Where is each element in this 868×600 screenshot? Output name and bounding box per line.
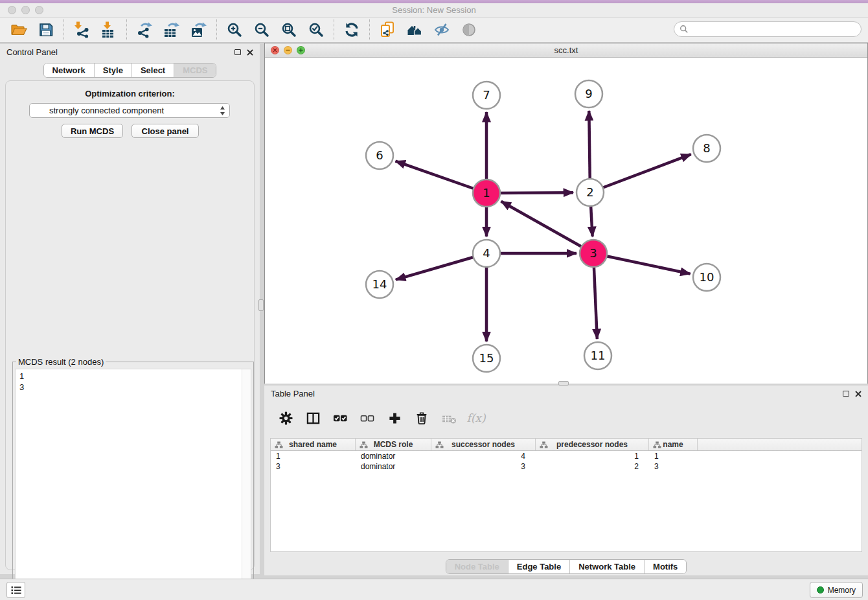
- result-scrollbar[interactable]: [242, 369, 251, 600]
- graph-edge-3-1[interactable]: [501, 202, 593, 253]
- optimization-criterion-label: Optimization criterion:: [6, 89, 254, 98]
- graph-node-label-14: 14: [372, 277, 387, 291]
- zoom-selected-button[interactable]: [306, 19, 326, 40]
- hierarchy-icon: [540, 441, 548, 448]
- column-header-label: MCDS role: [374, 440, 413, 449]
- tab-edge-table[interactable]: Edge Table: [508, 560, 570, 573]
- reset-view-button[interactable]: [404, 19, 425, 40]
- column-header-predecessor-nodes[interactable]: predecessor nodes: [536, 439, 649, 450]
- table-header-row: shared nameMCDS rolesuccessor nodesprede…: [271, 439, 862, 451]
- tab-mcds[interactable]: MCDS: [174, 63, 216, 77]
- search-input[interactable]: [692, 25, 861, 34]
- show-panels-button[interactable]: [459, 19, 479, 40]
- control-panel-header: Control Panel: [0, 44, 260, 60]
- function-builder-button[interactable]: f(x): [468, 410, 485, 426]
- open-folder-icon: [10, 22, 27, 38]
- tab-motifs[interactable]: Motifs: [645, 560, 686, 573]
- toolbar-separator: [369, 19, 370, 40]
- import-table-button[interactable]: [98, 19, 119, 40]
- table-row[interactable]: 3dominator323: [271, 461, 862, 472]
- table-row[interactable]: 1dominator411: [271, 451, 862, 461]
- graph-edge-1-6[interactable]: [396, 161, 487, 193]
- graph-node-label-10: 10: [700, 270, 714, 284]
- close-panel-icon[interactable]: [247, 49, 253, 56]
- mcds-result-text[interactable]: 1 3: [15, 369, 251, 600]
- unchecked-boxes-icon: [360, 411, 374, 425]
- tab-node-table[interactable]: Node Table: [446, 560, 508, 573]
- table-cell: 3: [271, 461, 356, 472]
- toolbar-separator: [334, 19, 334, 40]
- network-view-window: scc.txt 1234678910111415: [264, 43, 868, 384]
- table-tabbar: Node Table Edge Table Network Table Moti…: [446, 559, 687, 574]
- column-header-name[interactable]: name: [649, 439, 698, 450]
- table-panel: Table Panel f(x) shared nameMCDS rolesuc…: [264, 386, 868, 575]
- column-header-label: successor nodes: [451, 440, 515, 449]
- horizontal-splitter-handle[interactable]: [558, 381, 569, 386]
- close-panel-button[interactable]: Close panel: [131, 124, 199, 138]
- deselect-all-button[interactable]: [359, 410, 376, 426]
- zoom-fit-button[interactable]: [279, 19, 299, 40]
- task-history-button[interactable]: [6, 582, 25, 598]
- hide-panels-button[interactable]: [431, 19, 452, 40]
- tab-select[interactable]: Select: [132, 63, 174, 77]
- hierarchy-icon: [275, 441, 283, 448]
- optimization-criterion-select[interactable]: strongly connected component: [29, 103, 230, 118]
- eye-disabled-icon: [461, 22, 477, 38]
- graph-edge-2-8[interactable]: [590, 154, 691, 192]
- tab-network-table[interactable]: Network Table: [570, 560, 645, 573]
- plus-icon: [388, 411, 402, 425]
- export-table-icon: [163, 21, 180, 38]
- export-image-button[interactable]: [188, 19, 209, 40]
- graph-edge-3-10[interactable]: [593, 253, 691, 274]
- column-header-shared-name[interactable]: shared name: [271, 439, 356, 450]
- column-layout-button[interactable]: [304, 410, 321, 426]
- save-session-button[interactable]: [36, 19, 56, 40]
- window-title: Session: New Session: [0, 5, 868, 15]
- fx-icon: f(x): [466, 411, 485, 424]
- table-panel-header: Table Panel: [264, 386, 868, 402]
- select-all-button[interactable]: [332, 410, 348, 426]
- hierarchy-icon: [653, 441, 661, 448]
- table-cell: 3: [431, 461, 536, 472]
- apply-layout-button[interactable]: [341, 19, 362, 40]
- delete-table-button[interactable]: [440, 410, 457, 426]
- selected-criterion: strongly connected component: [34, 106, 220, 115]
- export-table-button[interactable]: [161, 19, 182, 40]
- homes-icon: [407, 22, 422, 38]
- tab-style[interactable]: Style: [95, 63, 132, 77]
- eye-slash-icon: [434, 22, 450, 38]
- vertical-splitter-handle[interactable]: [258, 299, 264, 311]
- add-column-button[interactable]: [386, 410, 403, 426]
- memory-label: Memory: [828, 586, 856, 595]
- clone-network-button[interactable]: [377, 19, 398, 40]
- open-session-button[interactable]: [8, 19, 29, 40]
- import-network-button[interactable]: [71, 19, 92, 40]
- table-cell: dominator: [356, 451, 431, 461]
- table-body: 1dominator4113dominator323: [271, 451, 862, 472]
- memory-button[interactable]: Memory: [810, 582, 863, 598]
- column-header-label: predecessor nodes: [556, 440, 628, 449]
- node-table: shared nameMCDS rolesuccessor nodesprede…: [270, 438, 862, 552]
- column-header-successor-nodes[interactable]: successor nodes: [431, 439, 536, 450]
- checked-boxes-icon: [333, 411, 347, 425]
- delete-column-button[interactable]: [413, 410, 430, 426]
- columns-icon: [306, 411, 320, 425]
- run-mcds-button[interactable]: Run MCDS: [62, 124, 123, 138]
- status-bar: Memory: [0, 579, 868, 600]
- list-icon: [10, 584, 23, 597]
- tab-network[interactable]: Network: [44, 63, 95, 77]
- column-header-MCDS-role[interactable]: MCDS role: [356, 439, 431, 450]
- float-table-panel-icon[interactable]: [843, 391, 849, 397]
- zoom-in-button[interactable]: [224, 19, 245, 40]
- table-options-button[interactable]: [277, 410, 294, 426]
- export-network-button[interactable]: [134, 19, 155, 40]
- hierarchy-icon: [360, 441, 368, 448]
- zoom-out-button[interactable]: [251, 19, 272, 40]
- close-table-panel-icon[interactable]: [855, 391, 862, 397]
- network-canvas[interactable]: 1234678910111415: [265, 58, 867, 384]
- graph-node-label-1: 1: [483, 186, 490, 200]
- mcds-result-title: MCDS result (2 nodes): [16, 357, 106, 367]
- float-panel-icon[interactable]: [234, 49, 241, 55]
- network-graph: 1234678910111415: [265, 58, 867, 384]
- import-table-icon: [100, 21, 117, 38]
